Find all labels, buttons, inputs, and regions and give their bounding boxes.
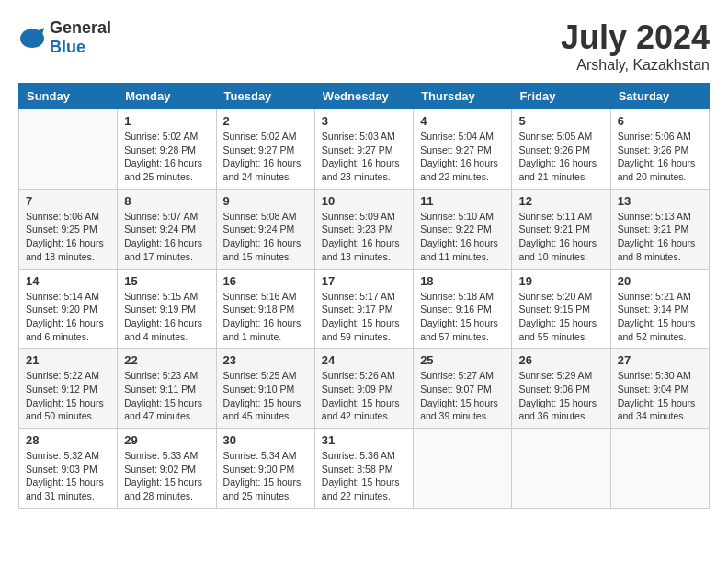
logo-icon xyxy=(18,24,46,52)
day-info: Sunrise: 5:36 AM Sunset: 8:58 PM Dayligh… xyxy=(322,449,406,503)
day-info: Sunrise: 5:23 AM Sunset: 9:11 PM Dayligh… xyxy=(124,369,209,423)
week-row-4: 21Sunrise: 5:22 AM Sunset: 9:12 PM Dayli… xyxy=(19,349,710,429)
day-number: 22 xyxy=(124,353,209,367)
day-info: Sunrise: 5:26 AM Sunset: 9:09 PM Dayligh… xyxy=(322,369,406,423)
day-number: 6 xyxy=(618,114,702,128)
day-number: 18 xyxy=(420,274,505,288)
day-info: Sunrise: 5:21 AM Sunset: 9:14 PM Dayligh… xyxy=(618,290,702,344)
day-info: Sunrise: 5:30 AM Sunset: 9:04 PM Dayligh… xyxy=(618,369,702,423)
day-info: Sunrise: 5:14 AM Sunset: 9:20 PM Dayligh… xyxy=(26,290,110,344)
day-info: Sunrise: 5:20 AM Sunset: 9:15 PM Dayligh… xyxy=(518,290,603,344)
day-info: Sunrise: 5:02 AM Sunset: 9:28 PM Dayligh… xyxy=(124,130,209,184)
day-info: Sunrise: 5:03 AM Sunset: 9:27 PM Dayligh… xyxy=(322,130,406,184)
logo-general: General xyxy=(50,18,111,37)
day-number: 16 xyxy=(223,274,308,288)
calendar-cell: 5Sunrise: 5:05 AM Sunset: 9:26 PM Daylig… xyxy=(512,109,610,190)
calendar-cell: 17Sunrise: 5:17 AM Sunset: 9:17 PM Dayli… xyxy=(314,269,413,349)
calendar-cell: 10Sunrise: 5:09 AM Sunset: 9:23 PM Dayli… xyxy=(314,189,413,269)
calendar-cell: 27Sunrise: 5:30 AM Sunset: 9:04 PM Dayli… xyxy=(610,349,709,429)
week-row-1: 1Sunrise: 5:02 AM Sunset: 9:28 PM Daylig… xyxy=(19,109,710,190)
column-header-monday: Monday xyxy=(118,84,216,109)
day-info: Sunrise: 5:27 AM Sunset: 9:07 PM Dayligh… xyxy=(420,369,505,423)
day-number: 21 xyxy=(26,353,110,367)
day-number: 30 xyxy=(223,433,308,447)
day-info: Sunrise: 5:06 AM Sunset: 9:25 PM Dayligh… xyxy=(26,210,110,264)
day-number: 31 xyxy=(322,433,406,447)
day-number: 24 xyxy=(322,353,406,367)
calendar-cell: 4Sunrise: 5:04 AM Sunset: 9:27 PM Daylig… xyxy=(414,109,512,190)
calendar-cell: 25Sunrise: 5:27 AM Sunset: 9:07 PM Dayli… xyxy=(414,349,512,429)
calendar-cell: 14Sunrise: 5:14 AM Sunset: 9:20 PM Dayli… xyxy=(19,269,118,349)
calendar-cell: 29Sunrise: 5:33 AM Sunset: 9:02 PM Dayli… xyxy=(118,429,216,509)
week-row-2: 7Sunrise: 5:06 AM Sunset: 9:25 PM Daylig… xyxy=(19,189,710,269)
calendar-cell: 28Sunrise: 5:32 AM Sunset: 9:03 PM Dayli… xyxy=(19,429,118,509)
day-info: Sunrise: 5:06 AM Sunset: 9:26 PM Dayligh… xyxy=(618,130,702,184)
day-info: Sunrise: 5:32 AM Sunset: 9:03 PM Dayligh… xyxy=(26,449,110,503)
calendar-cell: 12Sunrise: 5:11 AM Sunset: 9:21 PM Dayli… xyxy=(512,189,610,269)
calendar-cell: 7Sunrise: 5:06 AM Sunset: 9:25 PM Daylig… xyxy=(19,189,118,269)
page-header: General Blue July 2024 Arshaly, Kazakhst… xyxy=(18,18,710,74)
logo: General Blue xyxy=(18,18,111,57)
day-number: 9 xyxy=(223,194,308,208)
calendar-cell: 15Sunrise: 5:15 AM Sunset: 9:19 PM Dayli… xyxy=(118,269,216,349)
day-info: Sunrise: 5:16 AM Sunset: 9:18 PM Dayligh… xyxy=(223,290,308,344)
calendar-cell: 6Sunrise: 5:06 AM Sunset: 9:26 PM Daylig… xyxy=(610,109,709,190)
day-number: 11 xyxy=(420,194,505,208)
day-info: Sunrise: 5:05 AM Sunset: 9:26 PM Dayligh… xyxy=(518,130,603,184)
day-info: Sunrise: 5:10 AM Sunset: 9:22 PM Dayligh… xyxy=(420,210,505,264)
calendar-cell: 8Sunrise: 5:07 AM Sunset: 9:24 PM Daylig… xyxy=(118,189,216,269)
day-number: 3 xyxy=(322,114,406,128)
calendar-cell: 21Sunrise: 5:22 AM Sunset: 9:12 PM Dayli… xyxy=(19,349,118,429)
calendar-cell: 3Sunrise: 5:03 AM Sunset: 9:27 PM Daylig… xyxy=(314,109,413,190)
day-number: 4 xyxy=(420,114,505,128)
column-header-tuesday: Tuesday xyxy=(216,84,314,109)
day-number: 27 xyxy=(618,353,702,367)
calendar-cell: 24Sunrise: 5:26 AM Sunset: 9:09 PM Dayli… xyxy=(314,349,413,429)
day-info: Sunrise: 5:04 AM Sunset: 9:27 PM Dayligh… xyxy=(420,130,505,184)
calendar-cell: 18Sunrise: 5:18 AM Sunset: 9:16 PM Dayli… xyxy=(414,269,512,349)
calendar-cell: 26Sunrise: 5:29 AM Sunset: 9:06 PM Dayli… xyxy=(512,349,610,429)
column-header-thursday: Thursday xyxy=(414,84,512,109)
day-info: Sunrise: 5:07 AM Sunset: 9:24 PM Dayligh… xyxy=(124,210,209,264)
day-info: Sunrise: 5:02 AM Sunset: 9:27 PM Dayligh… xyxy=(223,130,308,184)
day-info: Sunrise: 5:13 AM Sunset: 9:21 PM Dayligh… xyxy=(618,210,702,264)
header-row: SundayMondayTuesdayWednesdayThursdayFrid… xyxy=(19,84,710,109)
day-number: 23 xyxy=(223,353,308,367)
day-number: 17 xyxy=(322,274,406,288)
day-number: 5 xyxy=(518,114,603,128)
day-info: Sunrise: 5:08 AM Sunset: 9:24 PM Dayligh… xyxy=(223,210,308,264)
day-number: 7 xyxy=(26,194,110,208)
day-info: Sunrise: 5:25 AM Sunset: 9:10 PM Dayligh… xyxy=(223,369,308,423)
day-number: 2 xyxy=(223,114,308,128)
day-number: 26 xyxy=(518,353,603,367)
day-number: 14 xyxy=(26,274,110,288)
calendar-cell: 9Sunrise: 5:08 AM Sunset: 9:24 PM Daylig… xyxy=(216,189,314,269)
day-number: 10 xyxy=(322,194,406,208)
logo-blue: Blue xyxy=(50,38,85,56)
day-number: 20 xyxy=(618,274,702,288)
day-number: 29 xyxy=(124,433,209,447)
logo-text: General Blue xyxy=(50,18,111,57)
column-header-friday: Friday xyxy=(512,84,610,109)
day-number: 8 xyxy=(124,194,209,208)
day-info: Sunrise: 5:09 AM Sunset: 9:23 PM Dayligh… xyxy=(322,210,406,264)
calendar-cell: 20Sunrise: 5:21 AM Sunset: 9:14 PM Dayli… xyxy=(610,269,709,349)
week-row-5: 28Sunrise: 5:32 AM Sunset: 9:03 PM Dayli… xyxy=(19,429,710,509)
column-header-wednesday: Wednesday xyxy=(314,84,413,109)
day-info: Sunrise: 5:33 AM Sunset: 9:02 PM Dayligh… xyxy=(124,449,209,503)
title-section: July 2024 Arshaly, Kazakhstan xyxy=(561,18,710,74)
calendar-cell xyxy=(512,429,610,509)
calendar-cell: 2Sunrise: 5:02 AM Sunset: 9:27 PM Daylig… xyxy=(216,109,314,190)
day-info: Sunrise: 5:18 AM Sunset: 9:16 PM Dayligh… xyxy=(420,290,505,344)
calendar-cell: 11Sunrise: 5:10 AM Sunset: 9:22 PM Dayli… xyxy=(414,189,512,269)
day-info: Sunrise: 5:29 AM Sunset: 9:06 PM Dayligh… xyxy=(518,369,603,423)
day-number: 19 xyxy=(518,274,603,288)
day-number: 13 xyxy=(618,194,702,208)
day-info: Sunrise: 5:22 AM Sunset: 9:12 PM Dayligh… xyxy=(26,369,110,423)
calendar-table: SundayMondayTuesdayWednesdayThursdayFrid… xyxy=(18,83,710,509)
calendar-cell: 31Sunrise: 5:36 AM Sunset: 8:58 PM Dayli… xyxy=(314,429,413,509)
day-info: Sunrise: 5:15 AM Sunset: 9:19 PM Dayligh… xyxy=(124,290,209,344)
day-number: 15 xyxy=(124,274,209,288)
day-info: Sunrise: 5:17 AM Sunset: 9:17 PM Dayligh… xyxy=(322,290,406,344)
calendar-cell: 22Sunrise: 5:23 AM Sunset: 9:11 PM Dayli… xyxy=(118,349,216,429)
